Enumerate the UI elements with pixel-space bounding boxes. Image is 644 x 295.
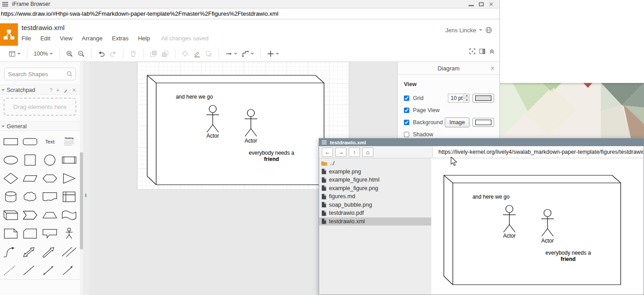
background-color-swatch[interactable] bbox=[473, 118, 494, 127]
desktop-wallpaper bbox=[500, 83, 644, 139]
menu-view[interactable]: View bbox=[60, 35, 72, 42]
shape-text[interactable]: Text bbox=[40, 132, 60, 151]
page-view-dropdown[interactable] bbox=[6, 48, 23, 60]
file-row[interactable]: soap_bubble.png bbox=[319, 201, 431, 209]
shape-cube[interactable] bbox=[1, 206, 21, 224]
file-row[interactable]: example_figure.html bbox=[319, 176, 431, 184]
zoom-in-icon[interactable] bbox=[64, 48, 75, 60]
background-checkbox[interactable] bbox=[404, 120, 409, 125]
shape-square[interactable] bbox=[21, 151, 40, 169]
menu-hamburger-icon[interactable] bbox=[322, 140, 327, 144]
shape-arrow[interactable] bbox=[40, 243, 60, 261]
grid-size-input[interactable] bbox=[448, 94, 464, 103]
file-row[interactable]: testdrawio.pdf bbox=[319, 209, 431, 217]
zoom-out-icon[interactable] bbox=[75, 48, 87, 60]
shape-line[interactable] bbox=[21, 261, 40, 279]
globe-icon[interactable] bbox=[485, 26, 492, 34]
window1-titlebar[interactable]: iFrame Browser ✕ bbox=[0, 0, 499, 9]
shadow-checkbox[interactable] bbox=[404, 132, 409, 137]
background-image-button[interactable]: Image bbox=[445, 117, 469, 127]
menu-hamburger-icon[interactable] bbox=[2, 2, 8, 7]
shape-card[interactable] bbox=[21, 224, 40, 243]
shape-curve[interactable] bbox=[1, 243, 21, 261]
shape-bidirectional-connector[interactable] bbox=[40, 261, 60, 279]
shape-hexagon[interactable] bbox=[40, 169, 60, 187]
menu-extras[interactable]: Extras bbox=[112, 35, 129, 42]
menu-help[interactable]: Help bbox=[138, 35, 150, 42]
window2-titlebar[interactable]: testdrawio.xml bbox=[319, 139, 644, 146]
shape-step[interactable] bbox=[21, 206, 40, 224]
grid-checkbox[interactable] bbox=[404, 95, 409, 101]
shape-ellipse[interactable] bbox=[1, 151, 21, 169]
shape-trapezoid[interactable] bbox=[40, 206, 60, 224]
grid-color-swatch[interactable] bbox=[473, 94, 494, 103]
scratchpad-edit-icon[interactable] bbox=[63, 88, 68, 93]
line-color-icon[interactable] bbox=[191, 48, 203, 60]
scratchpad-close-icon[interactable]: ✕ bbox=[72, 85, 76, 95]
shape-textbox[interactable]: Heading bbox=[60, 132, 79, 151]
shape-diamond[interactable] bbox=[1, 169, 21, 187]
file-row[interactable]: ../ bbox=[319, 159, 431, 168]
file-row[interactable]: figures.md bbox=[319, 192, 431, 201]
window2-url-field[interactable]: https://lively-kernel.org/lively4/swalab… bbox=[432, 146, 644, 158]
disclosure-icon bbox=[1, 126, 5, 127]
search-shapes-input[interactable] bbox=[4, 68, 76, 80]
zoom-level-dropdown[interactable]: 100% bbox=[31, 48, 55, 60]
shape-bidirectional-arrow[interactable] bbox=[21, 243, 40, 261]
scratchpad-header[interactable]: Scratchpad ? + ✕ bbox=[0, 85, 80, 95]
shape-internal-storage[interactable] bbox=[60, 187, 79, 206]
general-section-header[interactable]: General bbox=[0, 121, 80, 131]
menu-arrange[interactable]: Arrange bbox=[82, 35, 102, 42]
window1-url-bar[interactable]: https://www.draw.io/#Hhpi-swa-lab%2Fmark… bbox=[0, 9, 499, 19]
diagram-main[interactable]: and here we goActorActoreverybody needs … bbox=[138, 66, 349, 201]
scrollbar-thumb[interactable] bbox=[80, 152, 83, 249]
shape-cylinder[interactable] bbox=[1, 187, 21, 206]
note-line-2: friend bbox=[264, 156, 279, 162]
connection-style-dropdown[interactable] bbox=[223, 48, 240, 60]
menu-file[interactable]: File bbox=[22, 35, 31, 42]
sidebar-scrollbar[interactable] bbox=[80, 62, 83, 295]
shape-directional-connector[interactable] bbox=[60, 261, 79, 279]
shape-parallelogram[interactable] bbox=[21, 169, 40, 187]
grid-size-stepper[interactable] bbox=[464, 94, 469, 103]
shape-tape[interactable] bbox=[60, 206, 79, 224]
shape-callout[interactable] bbox=[40, 224, 60, 243]
maximize-icon[interactable] bbox=[479, 2, 484, 6]
format-panel-toggle-icon[interactable] bbox=[479, 48, 486, 55]
shape-rounded-rectangle[interactable] bbox=[21, 132, 40, 151]
shape-link[interactable] bbox=[60, 243, 79, 261]
shape-note[interactable] bbox=[1, 224, 21, 243]
shape-circle[interactable] bbox=[40, 151, 60, 169]
fullscreen-icon[interactable] bbox=[469, 48, 476, 55]
scratchpad-help-icon[interactable]: ? bbox=[50, 85, 53, 95]
waypoints-dropdown[interactable] bbox=[240, 48, 256, 60]
insert-dropdown[interactable] bbox=[265, 48, 281, 60]
page-view-checkbox[interactable] bbox=[404, 108, 409, 113]
home-button[interactable]: ⌂ bbox=[362, 148, 373, 157]
scratchpad-drop-area[interactable]: Drag elements here bbox=[4, 98, 76, 116]
shape-document[interactable] bbox=[40, 187, 60, 206]
minimize-icon[interactable] bbox=[469, 5, 474, 6]
shape-cloud[interactable] bbox=[21, 187, 40, 206]
back-button[interactable]: ← bbox=[322, 148, 333, 157]
close-icon[interactable]: ✕ bbox=[489, 2, 494, 7]
shape-dotted-line[interactable] bbox=[1, 261, 21, 279]
file-row[interactable]: example_figure.png bbox=[319, 184, 431, 193]
menu-edit[interactable]: Edit bbox=[40, 35, 50, 42]
file-row[interactable]: example.png bbox=[319, 168, 431, 176]
window2-title: testdrawio.xml bbox=[330, 140, 366, 145]
shape-actor[interactable] bbox=[60, 224, 79, 243]
collapse-toolbar-icon[interactable] bbox=[489, 48, 495, 55]
undo-icon[interactable] bbox=[96, 48, 107, 60]
forward-button[interactable]: → bbox=[335, 148, 346, 157]
scratchpad-add-icon[interactable]: + bbox=[56, 85, 60, 95]
shape-process[interactable] bbox=[60, 151, 79, 169]
user-menu[interactable]: Jens Lincke bbox=[445, 26, 492, 34]
search-icon[interactable] bbox=[66, 71, 73, 77]
shape-rectangle[interactable] bbox=[1, 132, 21, 151]
file-row[interactable]: testdrawio.xml bbox=[319, 217, 431, 226]
sidebar-resize-handle[interactable]: ‖ bbox=[83, 62, 90, 295]
up-button[interactable]: ↑ bbox=[349, 148, 360, 157]
format-panel-close-icon[interactable]: ✕ bbox=[490, 62, 495, 75]
shape-triangle[interactable] bbox=[60, 169, 79, 187]
